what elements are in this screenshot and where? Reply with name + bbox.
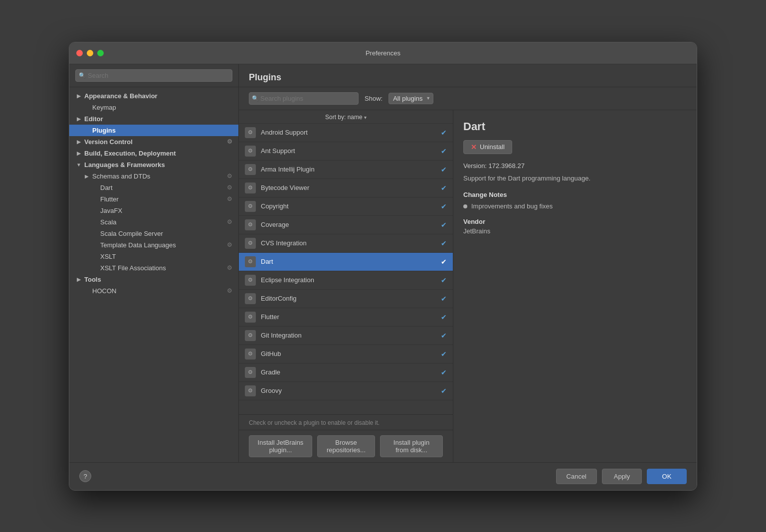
sidebar-search-container: 🔍 xyxy=(69,64,238,87)
sidebar-item-template-data-languages[interactable]: Template Data Languages ⚙ xyxy=(69,239,238,251)
sidebar-item-editor[interactable]: ▶ Editor xyxy=(69,113,238,125)
plugin-checkbox[interactable]: ✔ xyxy=(441,368,447,376)
plugin-item-ant-support[interactable]: ⚙ Ant Support ✔ xyxy=(239,142,453,161)
plugin-name: Coverage xyxy=(261,221,436,228)
plugin-search-icon: 🔍 xyxy=(252,95,259,102)
change-notes-label: Change Notes xyxy=(463,191,687,198)
sidebar-item-flutter[interactable]: Flutter ⚙ xyxy=(69,193,238,205)
ok-button[interactable]: OK xyxy=(647,469,687,484)
plugin-item-dart[interactable]: ⚙ Dart ✔ xyxy=(239,253,453,271)
plugin-item-eclipse-integration[interactable]: ⚙ Eclipse Integration ✔ xyxy=(239,271,453,290)
cancel-button[interactable]: Cancel xyxy=(556,469,597,484)
plugin-name: CVS Integration xyxy=(261,239,436,247)
detail-version: Version: 172.3968.27 xyxy=(463,162,687,170)
plugin-item-coverage[interactable]: ⚙ Coverage ✔ xyxy=(239,216,453,234)
plugin-list: ⚙ Android Support ✔ ⚙ Ant Support ✔ ⚙ Ar… xyxy=(239,124,453,414)
change-note-text: Improvements and bug fixes xyxy=(471,202,553,210)
plugin-checkbox[interactable]: ✔ xyxy=(441,166,447,174)
plugin-checkbox[interactable]: ✔ xyxy=(441,350,447,358)
plugin-icon: ⚙ xyxy=(245,367,256,378)
sidebar-item-version-control[interactable]: ▶ Version Control ⚙ xyxy=(69,136,238,148)
plugin-item-groovy[interactable]: ⚙ Groovy ✔ xyxy=(239,382,453,400)
sidebar-item-scala-compile-server[interactable]: Scala Compile Server xyxy=(69,228,238,239)
plugin-checkbox[interactable]: ✔ xyxy=(441,295,447,303)
plugin-name: Arma Intellij Plugin xyxy=(261,166,436,173)
sidebar-item-label: Keymap xyxy=(92,104,116,111)
plugin-checkbox[interactable]: ✔ xyxy=(441,258,447,266)
plugin-item-git-integration[interactable]: ⚙ Git Integration ✔ xyxy=(239,327,453,345)
plugin-checkbox[interactable]: ✔ xyxy=(441,202,447,210)
sidebar-item-plugins[interactable]: Plugins xyxy=(69,125,238,136)
sidebar: 🔍 ▶ Appearance & Behavior Keymap ▶ xyxy=(69,64,239,462)
sidebar-item-javafx[interactable]: JavaFX xyxy=(69,205,238,216)
sidebar-item-scala[interactable]: Scala ⚙ xyxy=(69,216,238,228)
maximize-button[interactable] xyxy=(97,50,104,56)
sidebar-item-label: Template Data Languages xyxy=(100,241,176,249)
show-dropdown[interactable]: All plugins Enabled Disabled Bundled Cus… xyxy=(388,93,433,104)
plugin-name: Gradle xyxy=(261,368,436,376)
sidebar-item-schemas-dtds[interactable]: ▶ Schemas and DTDs ⚙ xyxy=(69,171,238,182)
plugins-toolbar: 🔍 Show: All plugins Enabled Disabled Bun… xyxy=(239,87,697,110)
plugin-icon: ⚙ xyxy=(245,127,256,138)
sidebar-item-tools[interactable]: ▶ Tools xyxy=(69,274,238,285)
plugin-name: Android Support xyxy=(261,129,436,136)
sidebar-item-build-exec[interactable]: ▶ Build, Execution, Deployment xyxy=(69,148,238,159)
arrow-spacer xyxy=(91,218,98,225)
help-button[interactable]: ? xyxy=(79,470,91,482)
sidebar-search-input[interactable] xyxy=(75,69,232,82)
arrow-spacer xyxy=(83,127,90,134)
plugin-item-editorconfig[interactable]: ⚙ EditorConfig ✔ xyxy=(239,290,453,308)
browse-repos-button[interactable]: Browse repositories... xyxy=(317,435,375,457)
install-jetbrains-button[interactable]: Install JetBrains plugin... xyxy=(249,435,312,457)
plugin-icon: ⚙ xyxy=(245,385,256,396)
plugin-search-input[interactable] xyxy=(249,92,359,105)
plugin-item-cvs-integration[interactable]: ⚙ CVS Integration ✔ xyxy=(239,234,453,253)
arrow-spacer xyxy=(91,241,98,248)
plugin-name: Ant Support xyxy=(261,147,436,155)
plugin-checkbox[interactable]: ✔ xyxy=(441,313,447,321)
minimize-button[interactable] xyxy=(87,50,93,56)
plugin-checkbox[interactable]: ✔ xyxy=(441,332,447,340)
plugin-item-copyright[interactable]: ⚙ Copyright ✔ xyxy=(239,197,453,216)
sidebar-item-keymap[interactable]: Keymap xyxy=(69,102,238,113)
plugin-checkbox[interactable]: ✔ xyxy=(441,129,447,137)
plugin-item-bytecode-viewer[interactable]: ⚙ Bytecode Viewer ✔ xyxy=(239,179,453,197)
settings-icon: ⚙ xyxy=(227,184,232,191)
plugin-checkbox[interactable]: ✔ xyxy=(441,387,447,395)
sidebar-item-xslt-file-associations[interactable]: XSLT File Associations ⚙ xyxy=(69,262,238,274)
sidebar-item-label: Version Control xyxy=(84,138,133,146)
uninstall-button[interactable]: ✕ Uninstall xyxy=(463,140,512,154)
plugin-checkbox[interactable]: ✔ xyxy=(441,221,447,229)
sidebar-item-hocon[interactable]: HOCON ⚙ xyxy=(69,285,238,297)
sidebar-item-dart[interactable]: Dart ⚙ xyxy=(69,182,238,193)
sidebar-item-xslt[interactable]: XSLT xyxy=(69,251,238,262)
sidebar-item-label: XSLT File Associations xyxy=(100,264,166,272)
close-button[interactable] xyxy=(76,50,83,56)
apply-button[interactable]: Apply xyxy=(602,469,642,484)
sidebar-item-languages-frameworks[interactable]: ▼ Languages & Frameworks xyxy=(69,159,238,171)
plugin-item-flutter[interactable]: ⚙ Flutter ✔ xyxy=(239,308,453,327)
plugin-checkbox[interactable]: ✔ xyxy=(441,276,447,284)
plugin-item-arma-intellij[interactable]: ⚙ Arma Intellij Plugin ✔ xyxy=(239,161,453,179)
install-from-disk-button[interactable]: Install plugin from disk... xyxy=(380,435,443,457)
plugin-search-wrapper: 🔍 xyxy=(249,92,359,105)
vendor-name: JetBrains xyxy=(463,227,687,235)
plugin-checkbox[interactable]: ✔ xyxy=(441,239,447,247)
plugin-item-gradle[interactable]: ⚙ Gradle ✔ xyxy=(239,363,453,382)
sort-bar[interactable]: Sort by: name ▾ xyxy=(239,110,453,124)
arrow-spacer xyxy=(91,230,98,237)
preferences-window: Preferences 🔍 ▶ Appearance & Behavior xyxy=(69,42,697,491)
plugin-name: GitHub xyxy=(261,350,436,357)
plugin-item-github[interactable]: ⚙ GitHub ✔ xyxy=(239,345,453,363)
plugin-checkbox[interactable]: ✔ xyxy=(441,184,447,192)
plugin-item-android-support[interactable]: ⚙ Android Support ✔ xyxy=(239,124,453,142)
status-bar: Check or uncheck a plugin to enable or d… xyxy=(239,414,453,430)
arrow-icon: ▶ xyxy=(75,138,82,145)
sidebar-item-appearance-behavior[interactable]: ▶ Appearance & Behavior xyxy=(69,90,238,102)
sidebar-item-label: Appearance & Behavior xyxy=(84,92,158,100)
plugins-list-panel: Sort by: name ▾ ⚙ Android Support ✔ ⚙ An… xyxy=(239,110,453,462)
plugin-checkbox[interactable]: ✔ xyxy=(441,147,447,155)
arrow-icon: ▶ xyxy=(75,150,82,157)
sidebar-item-label: Build, Execution, Deployment xyxy=(84,150,176,157)
sidebar-item-label: Dart xyxy=(100,184,113,191)
